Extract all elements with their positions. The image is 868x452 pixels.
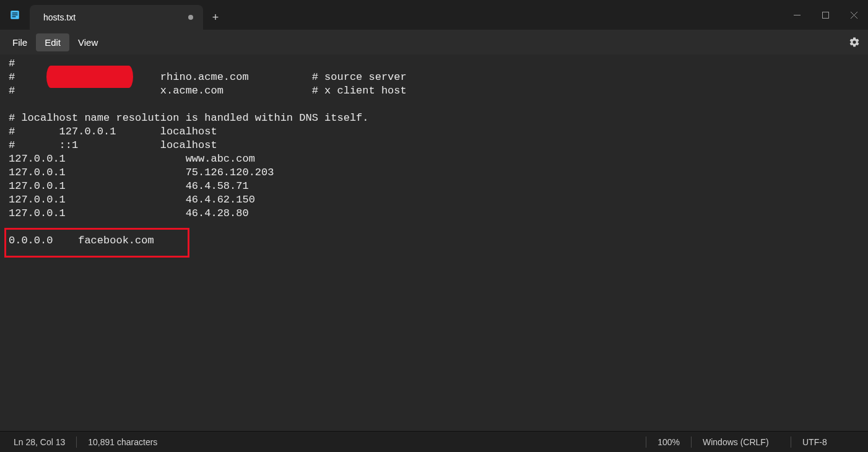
tab-title: hosts.txt [43,12,183,22]
new-tab-button[interactable]: + [203,5,228,30]
minimize-button[interactable] [783,0,811,30]
tab-modified-indicator [188,15,193,20]
svg-rect-3 [12,16,16,17]
redaction-overlay [46,66,133,88]
menu-view[interactable]: View [69,33,106,51]
editor-text[interactable]: # # rhino.acme.com # source server # x.a… [9,57,868,248]
statusbar: Ln 28, Col 13 10,891 characters 100% Win… [0,431,868,452]
status-cursor[interactable]: Ln 28, Col 13 [2,432,76,453]
maximize-button[interactable] [811,0,840,30]
menubar: File Edit View [0,30,868,54]
svg-rect-2 [12,14,18,15]
highlight-box [4,228,189,258]
app-icon [0,0,30,30]
menu-file[interactable]: File [4,33,36,51]
svg-rect-5 [822,12,828,18]
status-zoom[interactable]: 100% [646,432,691,453]
close-button[interactable] [840,0,868,30]
window-controls [783,0,868,30]
svg-rect-1 [12,12,18,14]
gear-icon [849,37,860,48]
status-eol[interactable]: Windows (CRLF) [692,432,791,453]
plus-icon: + [212,12,219,23]
status-charcount[interactable]: 10,891 characters [77,432,168,453]
settings-button[interactable] [841,30,868,54]
tab-hosts[interactable]: hosts.txt [30,5,203,30]
titlebar: hosts.txt + [0,0,868,30]
status-encoding[interactable]: UTF-8 [791,432,866,453]
editor-area[interactable]: # # rhino.acme.com # source server # x.a… [0,54,868,431]
menu-edit[interactable]: Edit [36,33,69,51]
